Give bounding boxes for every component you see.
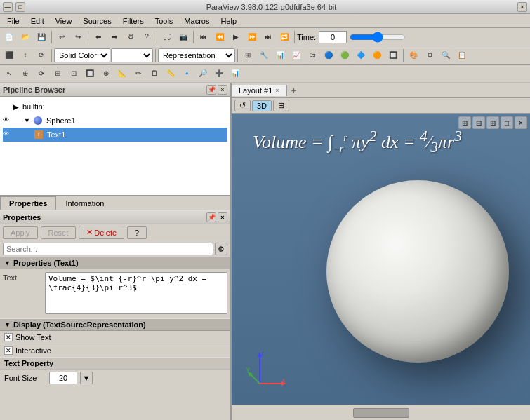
text-textarea[interactable]: Volume = $\int_{-r}^r \pi y^2 dx = \frac… xyxy=(45,272,227,314)
tb-btn-6[interactable]: ? xyxy=(139,29,154,45)
properties-section-header[interactable]: ▼ Properties (Text1) xyxy=(0,257,230,269)
camera-reset[interactable]: ⛶ xyxy=(159,29,175,45)
tb3-btn-7[interactable]: ⊕ xyxy=(98,66,114,81)
vp-3d-button[interactable]: 3D xyxy=(252,100,272,111)
search-input[interactable] xyxy=(3,243,213,255)
undo-button[interactable]: ↩ xyxy=(54,29,69,45)
solid-color-select[interactable]: Solid Color xyxy=(54,48,110,62)
menu-edit[interactable]: Edit xyxy=(27,15,48,27)
help-button[interactable]: ? xyxy=(127,226,147,239)
pipeline-pin-button[interactable]: 📌 xyxy=(206,85,216,95)
tb3-btn-3[interactable]: ⟳ xyxy=(34,66,49,81)
camera-button[interactable]: 📷 xyxy=(175,29,191,45)
apply-button[interactable]: Apply xyxy=(3,226,38,239)
tb3-btn-5[interactable]: ⊡ xyxy=(66,66,81,81)
tb3-btn-8[interactable]: 📐 xyxy=(114,66,130,81)
tb2-btn-13[interactable]: 🔲 xyxy=(385,48,401,63)
first-frame-button[interactable]: ⏮ xyxy=(196,29,211,45)
tb3-btn-11[interactable]: 📏 xyxy=(163,66,178,81)
vp-split-h-button[interactable]: ⊟ xyxy=(472,116,485,129)
tb3-btn-9[interactable]: ✏ xyxy=(131,66,146,81)
tb3-btn-4[interactable]: ⊞ xyxy=(50,66,65,81)
close-button[interactable]: × xyxy=(517,2,527,12)
display-section-header[interactable]: ▼ Display (TextSourceRepresentation) xyxy=(0,319,230,331)
menu-view[interactable]: View xyxy=(51,15,77,27)
show-text-checkbox[interactable]: ✕ xyxy=(4,333,13,341)
representation-select[interactable]: Representation xyxy=(158,48,235,62)
tb-btn-4[interactable]: ➡ xyxy=(107,29,122,45)
tb2-btn-17[interactable]: 📋 xyxy=(454,48,470,63)
new-button[interactable]: 📄 xyxy=(1,29,17,45)
tb-btn-3[interactable]: ⬅ xyxy=(91,29,106,45)
next-frame-button[interactable]: ⏩ xyxy=(244,29,260,45)
tb3-btn-12[interactable]: 🔹 xyxy=(179,66,194,81)
tb3-btn-6[interactable]: 🔲 xyxy=(82,66,98,81)
menu-filters[interactable]: Filters xyxy=(119,15,148,27)
time-input[interactable] xyxy=(319,31,347,43)
vp-close-button[interactable]: × xyxy=(515,116,527,129)
tb2-btn-9[interactable]: 🔵 xyxy=(321,48,336,63)
vp-reset-button[interactable]: ↺ xyxy=(234,100,251,111)
tb2-btn-4[interactable]: ⊞ xyxy=(240,48,256,63)
tb-btn-5[interactable]: ⚙ xyxy=(123,29,138,45)
vp-undock-button[interactable]: ⊞ xyxy=(458,116,471,129)
save-button[interactable]: 💾 xyxy=(34,29,49,45)
add-layout-button[interactable]: + xyxy=(287,83,301,97)
minimize-button[interactable]: — xyxy=(3,2,13,12)
tb2-btn-8[interactable]: 🗂 xyxy=(305,48,320,63)
color-map-select[interactable] xyxy=(111,48,153,62)
visibility-icon-text[interactable]: 👁 xyxy=(3,130,11,139)
time-slider[interactable] xyxy=(350,32,406,43)
tb2-btn-14[interactable]: 🎨 xyxy=(406,48,421,63)
tb3-btn-15[interactable]: 📊 xyxy=(227,66,243,81)
menu-macros[interactable]: Macros xyxy=(180,15,213,27)
loop-button[interactable]: 🔁 xyxy=(277,29,292,45)
prev-frame-button[interactable]: ⏪ xyxy=(212,29,227,45)
layout-tab-close-icon[interactable]: × xyxy=(275,87,279,94)
play-button[interactable]: ▶ xyxy=(228,29,244,45)
menu-file[interactable]: File xyxy=(3,15,24,27)
visibility-icon[interactable] xyxy=(3,102,11,111)
tb2-btn-6[interactable]: 📊 xyxy=(272,48,288,63)
tab-properties[interactable]: Properties xyxy=(0,196,56,210)
menu-tools[interactable]: Tools xyxy=(151,15,178,27)
list-item[interactable]: 👁 T Text1 xyxy=(3,128,227,142)
props-close-button[interactable]: × xyxy=(218,212,227,222)
viewport-tab-layout1[interactable]: Layout #1 × xyxy=(232,85,287,96)
tb3-btn-14[interactable]: ➕ xyxy=(211,66,227,81)
sphere-label[interactable]: Sphere1 xyxy=(46,116,76,125)
tb2-btn-5[interactable]: 🔧 xyxy=(256,48,272,63)
menu-help[interactable]: Help xyxy=(216,15,241,27)
expand-icon[interactable]: ▶ xyxy=(13,103,19,111)
tb3-btn-13[interactable]: 🔎 xyxy=(195,66,211,81)
last-frame-button[interactable]: ⏭ xyxy=(260,29,276,45)
reset-button[interactable]: Reset xyxy=(41,226,77,239)
tb3-btn-10[interactable]: 🗒 xyxy=(147,66,162,81)
vp-maximize-button[interactable]: □ xyxy=(501,116,513,129)
tb2-btn-3[interactable]: ⟳ xyxy=(34,48,49,63)
tb2-btn-11[interactable]: 🔷 xyxy=(353,48,369,63)
tb2-btn-1[interactable]: ⬛ xyxy=(1,48,17,63)
props-pin-button[interactable]: 📌 xyxy=(206,212,216,222)
pipeline-close-button[interactable]: × xyxy=(218,85,227,95)
tb3-btn-1[interactable]: ↖ xyxy=(1,66,17,81)
font-size-input[interactable] xyxy=(49,372,77,384)
sphere-expand-icon[interactable]: ▼ xyxy=(24,117,30,124)
tb2-btn-7[interactable]: 📈 xyxy=(289,48,304,63)
vp-split-v-button[interactable]: ⊞ xyxy=(486,116,499,129)
menu-sources[interactable]: Sources xyxy=(79,15,115,27)
maximize-button[interactable]: □ xyxy=(15,2,25,12)
tb3-btn-2[interactable]: ⊕ xyxy=(18,66,33,81)
open-button[interactable]: 📂 xyxy=(18,29,33,45)
interactive-checkbox[interactable]: ✕ xyxy=(4,346,13,355)
tb2-btn-12[interactable]: 🟠 xyxy=(369,48,385,63)
tab-information[interactable]: Information xyxy=(56,196,113,210)
search-gear-icon[interactable]: ⚙ xyxy=(215,243,227,255)
vp-extra-button[interactable]: ⊞ xyxy=(273,100,289,111)
visibility-icon-sphere[interactable]: 👁 xyxy=(3,116,11,125)
delete-button[interactable]: ✕ Delete xyxy=(79,226,124,239)
redo-button[interactable]: ↪ xyxy=(70,29,86,45)
tb2-btn-16[interactable]: 🔍 xyxy=(438,48,453,63)
tb2-btn-15[interactable]: ⚙ xyxy=(422,48,437,63)
font-size-down-button[interactable]: ▼ xyxy=(80,372,93,384)
